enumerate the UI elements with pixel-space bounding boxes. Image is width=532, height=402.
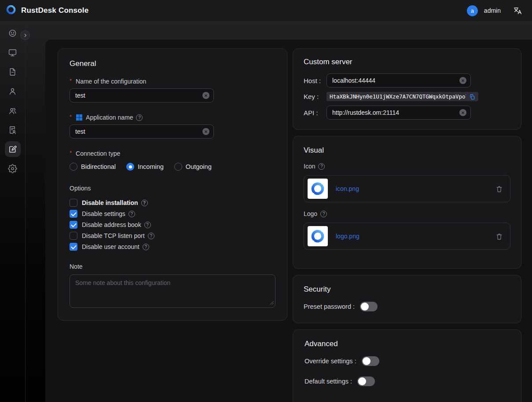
option-disable-user-account[interactable]: Disable user account <box>70 243 275 251</box>
radio-incoming[interactable]: Incoming <box>126 163 164 171</box>
delete-icon-trash-icon[interactable] <box>495 185 503 193</box>
sidebar-expand-button[interactable] <box>20 30 30 40</box>
key-value: HtaXBkJNHyn0e1U1jWXze7A7CN7QTGWqxkOtpaVp… <box>330 93 466 100</box>
override-settings-toggle[interactable] <box>362 356 379 366</box>
disable-user-account-help-icon[interactable] <box>143 244 149 250</box>
icon-upload-row: icon.png <box>304 175 510 202</box>
host-input[interactable] <box>327 73 471 88</box>
options-group: Disable installation Disable settings <box>70 199 275 251</box>
brand: RustDesk Console <box>5 4 88 17</box>
audit-log-icon <box>8 125 17 135</box>
preset-password-row: Preset password : <box>304 302 510 311</box>
key-label: Key : <box>304 93 327 100</box>
translate-icon[interactable] <box>513 6 522 15</box>
security-card: Security Preset password : <box>293 275 521 323</box>
document-icon <box>8 67 17 77</box>
checkbox-icon <box>70 232 77 240</box>
radio-outgoing[interactable]: Outgoing <box>174 163 212 171</box>
copy-key-icon[interactable] <box>469 94 475 100</box>
sidebar-item-groups[interactable] <box>5 102 21 118</box>
radio-bidirectional[interactable]: Bidirectional <box>70 163 116 171</box>
visual-title: Visual <box>304 146 510 155</box>
custom-server-title: Custom server <box>304 58 510 66</box>
topbar-right: a admin <box>467 5 522 16</box>
general-card: General Name of the configuration × <box>58 48 287 321</box>
username[interactable]: admin <box>484 7 501 14</box>
option-disable-installation[interactable]: Disable installation <box>70 199 275 207</box>
logo-file-link[interactable]: logo.png <box>336 233 360 240</box>
radio-circle-icon <box>70 163 77 171</box>
clear-config-name-icon[interactable]: × <box>202 92 209 99</box>
application-name-input[interactable] <box>70 124 214 139</box>
default-settings-toggle[interactable] <box>357 376 375 386</box>
override-settings-row: Override settings : <box>305 356 510 366</box>
sidebar-item-audit[interactable] <box>5 122 21 138</box>
checkbox-icon <box>70 199 77 207</box>
clear-api-icon[interactable]: × <box>459 109 466 116</box>
override-settings-label: Override settings : <box>305 358 356 365</box>
disable-address-book-help-icon[interactable] <box>144 222 151 228</box>
disable-settings-help-icon[interactable] <box>128 211 135 217</box>
custom-client-edit-icon <box>8 145 17 154</box>
rustdesk-logo <box>5 4 17 17</box>
custom-server-card: Custom server Host : × Key : <box>293 48 521 130</box>
icon-thumbnail <box>308 179 328 199</box>
note-label: Note <box>70 263 275 270</box>
logo-label: Logo <box>304 210 510 217</box>
avatar[interactable]: a <box>467 5 478 16</box>
config-name-label: Name of the configuration <box>70 78 275 85</box>
app-title: RustDesk Console <box>21 6 88 15</box>
advanced-title: Advanced <box>305 340 510 348</box>
icon-file-link[interactable]: icon.png <box>336 185 359 192</box>
clear-application-name-icon[interactable]: × <box>202 128 209 135</box>
option-disable-tcp-listen-port[interactable]: Disable TCP listen port <box>70 232 275 240</box>
host-label: Host : <box>304 77 327 84</box>
checkbox-icon <box>70 243 77 251</box>
icon-help-icon[interactable] <box>318 163 325 170</box>
sidebar-item-settings[interactable] <box>5 161 21 176</box>
toggle-knob <box>361 303 369 311</box>
page-shell: General Name of the configuration × <box>0 21 532 402</box>
user-icon <box>8 87 17 96</box>
settings-gear-icon <box>8 164 17 173</box>
general-title: General <box>70 59 275 68</box>
sidebar-item-devices[interactable] <box>5 44 21 60</box>
application-name-label: Application name <box>70 114 275 121</box>
preset-password-toggle[interactable] <box>360 302 378 311</box>
radio-circle-icon <box>126 163 134 171</box>
logo-help-icon[interactable] <box>320 211 327 217</box>
sidebar-item-sessions[interactable] <box>5 64 21 80</box>
option-disable-address-book[interactable]: Disable address book <box>70 221 275 229</box>
monitor-icon <box>8 48 17 57</box>
checkbox-icon <box>70 221 77 229</box>
topbar: RustDesk Console a admin <box>0 0 532 21</box>
delete-logo-trash-icon[interactable] <box>495 233 503 240</box>
connection-type-label: Connection type <box>70 150 275 157</box>
sidebar-item-users[interactable] <box>5 83 21 99</box>
smiley-icon <box>8 29 17 38</box>
sidebar-item-custom-clients[interactable] <box>5 141 21 157</box>
toggle-knob <box>363 357 371 365</box>
chevron-right-icon <box>23 33 28 38</box>
main-content: General Name of the configuration × <box>26 21 532 402</box>
api-input[interactable] <box>327 106 471 120</box>
note-textarea[interactable] <box>70 274 275 308</box>
key-value-box: HtaXBkJNHyn0e1U1jWXze7A7CN7QTGWqxkOtpaVp… <box>327 92 478 101</box>
option-disable-settings[interactable]: Disable settings <box>70 210 275 218</box>
disable-tcp-help-icon[interactable] <box>148 233 154 239</box>
default-settings-label: Default settings : <box>305 378 352 385</box>
sidebar-item-dashboard[interactable] <box>5 25 21 41</box>
security-title: Security <box>304 285 510 294</box>
application-name-help-icon[interactable] <box>136 114 143 121</box>
disable-installation-help-icon[interactable] <box>141 200 148 206</box>
logo-thumbnail <box>308 226 328 246</box>
default-settings-row: Default settings : <box>305 376 510 386</box>
visual-card: Visual Icon <box>293 136 521 269</box>
clear-host-icon[interactable]: × <box>459 77 466 84</box>
api-label: API : <box>304 109 327 117</box>
content-surface: General Name of the configuration × <box>45 40 532 402</box>
checkbox-icon <box>70 210 77 218</box>
radio-circle-icon <box>174 163 182 171</box>
config-name-input[interactable] <box>70 88 214 102</box>
windows-logo-icon <box>76 114 83 121</box>
